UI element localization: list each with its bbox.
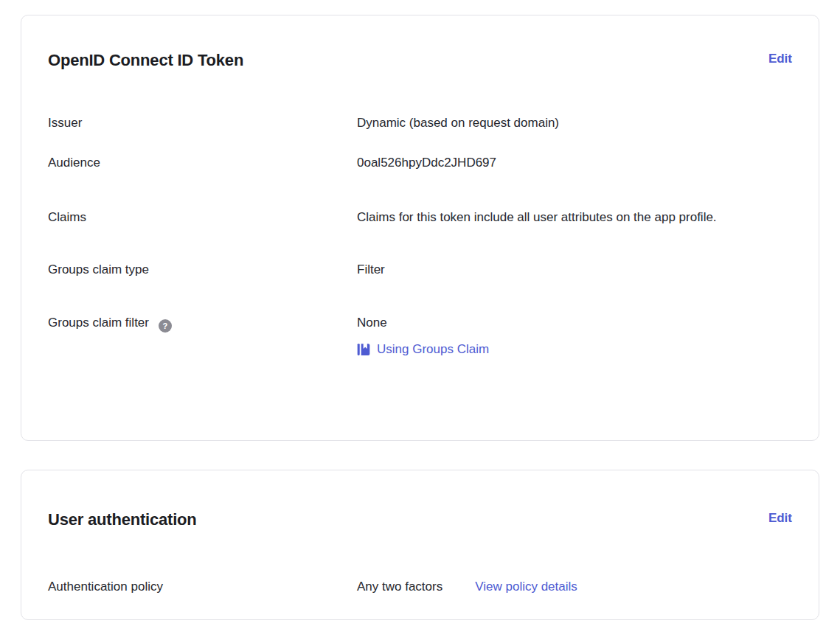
- card-header: OpenID Connect ID Token Edit: [48, 49, 792, 72]
- claims-value: Claims for this token include all user a…: [357, 205, 786, 229]
- using-groups-claim-label: Using Groups Claim: [377, 340, 489, 359]
- policy-name: Any two factors: [357, 577, 442, 596]
- groups-claim-filter-value: None Using Groups Claim: [357, 313, 792, 359]
- audience-value: 0oal526hpyDdc2JHD697: [357, 153, 792, 173]
- using-groups-claim-link[interactable]: Using Groups Claim: [357, 340, 489, 359]
- groups-claim-filter-label: Groups claim filter?: [48, 313, 357, 359]
- help-icon[interactable]: ?: [159, 319, 172, 333]
- row-groups-claim-filter: Groups claim filter? None Using Groups C…: [48, 313, 792, 359]
- issuer-label: Issuer: [48, 114, 357, 133]
- edit-user-authentication-button[interactable]: Edit: [768, 509, 792, 528]
- authentication-policy-value: Any two factors View policy details: [357, 577, 792, 596]
- issuer-value: Dynamic (based on request domain): [357, 114, 792, 133]
- card-user-authentication: User authentication Edit Authentication …: [21, 470, 819, 620]
- groups-claim-type-label: Groups claim type: [48, 260, 357, 279]
- groups-claim-type-value: Filter: [357, 260, 792, 279]
- row-claims: Claims Claims for this token include all…: [48, 205, 792, 229]
- card-header: User authentication Edit: [48, 509, 792, 531]
- edit-openid-token-button[interactable]: Edit: [768, 49, 792, 69]
- settings-page: OpenID Connect ID Token Edit Issuer Dyna…: [0, 0, 840, 640]
- view-policy-details-link[interactable]: View policy details: [475, 577, 577, 596]
- book-icon: [357, 343, 370, 356]
- row-audience: Audience 0oal526hpyDdc2JHD697: [48, 153, 792, 173]
- row-groups-claim-type: Groups claim type Filter: [48, 260, 792, 279]
- authentication-policy-label: Authentication policy: [48, 577, 357, 596]
- row-issuer: Issuer Dynamic (based on request domain): [48, 114, 792, 133]
- card-title-openid-token: OpenID Connect ID Token: [48, 49, 243, 72]
- card-openid-connect-id-token: OpenID Connect ID Token Edit Issuer Dyna…: [21, 15, 819, 441]
- groups-claim-doc-line: Using Groups Claim: [357, 340, 792, 359]
- card-title-user-authentication: User authentication: [48, 509, 197, 531]
- row-authentication-policy: Authentication policy Any two factors Vi…: [48, 577, 792, 596]
- audience-label: Audience: [48, 153, 357, 173]
- claims-label: Claims: [48, 205, 357, 229]
